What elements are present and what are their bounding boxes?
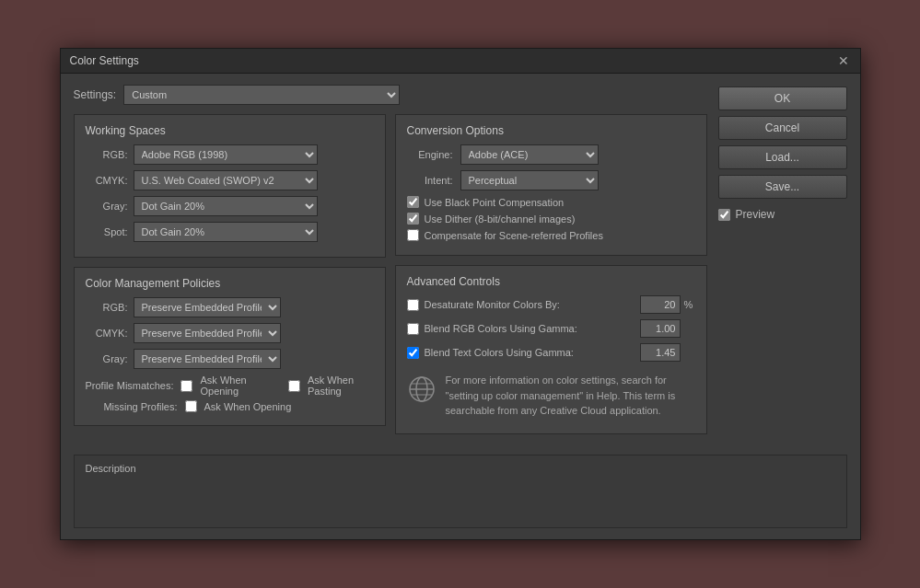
blend-rgb-checkbox[interactable] — [407, 323, 419, 335]
description-section: Description — [74, 455, 847, 528]
policy-gray-row: Gray: Preserve Embedded Profiles — [86, 349, 374, 369]
conversion-options-title: Conversion Options — [407, 124, 695, 137]
ok-button[interactable]: OK — [718, 86, 847, 110]
policies-title: Color Management Policies — [86, 277, 374, 290]
policy-rgb-select[interactable]: Preserve Embedded Profiles — [134, 297, 281, 317]
intent-select[interactable]: Perceptual — [460, 170, 599, 190]
rgb-label: RGB: — [86, 149, 128, 160]
left-main-panel: Working Spaces RGB: Adobe RGB (1998) CMY… — [74, 114, 386, 444]
policy-rgb-label: RGB: — [86, 302, 128, 313]
desaturate-checkbox[interactable] — [407, 299, 419, 311]
settings-select[interactable]: Custom — [123, 85, 400, 105]
advanced-controls-title: Advanced Controls — [407, 275, 695, 288]
preview-checkbox[interactable] — [718, 209, 730, 221]
left-panel: Settings: Custom Working Spaces RGB: A — [74, 85, 707, 444]
blend-rgb-label: Blend RGB Colors Using Gamma: — [425, 323, 640, 334]
right-panel: OK Cancel Load... Save... Preview — [718, 85, 847, 444]
settings-row: Settings: Custom — [74, 85, 707, 105]
use-dither-checkbox[interactable] — [407, 213, 419, 225]
black-point-compensation-checkbox[interactable] — [407, 196, 419, 208]
black-point-label: Use Black Point Compensation — [425, 197, 565, 208]
ask-when-pasting-checkbox[interactable] — [288, 380, 300, 392]
desaturate-input[interactable] — [640, 295, 681, 314]
policy-rgb-row: RGB: Preserve Embedded Profiles — [86, 297, 374, 317]
spot-label: Spot: — [86, 226, 128, 237]
cmyk-field-row: CMYK: U.S. Web Coated (SWOP) v2 — [86, 170, 374, 190]
blend-text-input[interactable] — [640, 343, 681, 362]
compensate-checkbox[interactable] — [407, 229, 419, 241]
right-main-panel: Conversion Options Engine: Adobe (ACE) I… — [395, 114, 707, 444]
desaturate-unit: % — [684, 299, 695, 310]
profile-mismatches-row: Profile Mismatches: Ask When Opening Ask… — [86, 375, 374, 397]
gray-field-row: Gray: Dot Gain 20% — [86, 196, 374, 216]
dither-row: Use Dither (8-bit/channel images) — [407, 213, 695, 225]
engine-row: Engine: Adobe (ACE) — [407, 144, 695, 165]
working-spaces-section: Working Spaces RGB: Adobe RGB (1998) CMY… — [74, 114, 386, 258]
desaturate-label: Desaturate Monitor Colors By: — [425, 299, 640, 310]
ask-when-pasting-label: Ask When Pasting — [308, 375, 374, 397]
missing-profiles-label: Missing Profiles: — [86, 401, 178, 412]
preview-row: Preview — [718, 208, 847, 221]
missing-profiles-row: Missing Profiles: Ask When Opening — [86, 400, 374, 412]
spot-select[interactable]: Dot Gain 20% — [134, 222, 318, 242]
settings-label: Settings: — [74, 88, 117, 101]
dialog-body: Settings: Custom Working Spaces RGB: A — [61, 74, 860, 455]
blend-rgb-row: Blend RGB Colors Using Gamma: — [407, 319, 695, 338]
desaturate-row: Desaturate Monitor Colors By: % — [407, 295, 695, 314]
blend-text-checkbox[interactable] — [407, 347, 419, 359]
working-spaces-title: Working Spaces — [86, 124, 374, 137]
policy-cmyk-row: CMYK: Preserve Embedded Profiles — [86, 323, 374, 343]
rgb-select[interactable]: Adobe RGB (1998) — [134, 144, 318, 165]
save-button[interactable]: Save... — [718, 175, 847, 199]
close-button[interactable]: ✕ — [836, 54, 851, 67]
preview-label: Preview — [736, 208, 775, 221]
ask-when-opening-missing-checkbox[interactable] — [185, 400, 197, 412]
intent-label: Intent: — [407, 175, 453, 186]
load-button[interactable]: Load... — [718, 145, 847, 169]
globe-icon — [407, 375, 437, 404]
cmyk-select[interactable]: U.S. Web Coated (SWOP) v2 — [134, 170, 318, 190]
compensate-label: Compensate for Scene-referred Profiles — [425, 230, 603, 241]
use-dither-label: Use Dither (8-bit/channel images) — [425, 213, 576, 225]
dialog-title: Color Settings — [70, 54, 139, 67]
color-management-policies-section: Color Management Policies RGB: Preserve … — [74, 267, 386, 426]
policy-gray-select[interactable]: Preserve Embedded Profiles — [134, 349, 281, 369]
conversion-options-section: Conversion Options Engine: Adobe (ACE) I… — [395, 114, 707, 256]
engine-label: Engine: — [407, 149, 453, 160]
ask-when-opening-missing-label: Ask When Opening — [204, 401, 292, 412]
spot-field-row: Spot: Dot Gain 20% — [86, 222, 374, 242]
blend-text-row: Blend Text Colors Using Gamma: — [407, 343, 695, 362]
advanced-controls-section: Advanced Controls Desaturate Monitor Col… — [395, 265, 707, 434]
rgb-field-row: RGB: Adobe RGB (1998) — [86, 144, 374, 165]
policy-cmyk-label: CMYK: — [86, 328, 128, 339]
policy-gray-label: Gray: — [86, 353, 128, 364]
main-content: Working Spaces RGB: Adobe RGB (1998) CMY… — [74, 114, 707, 444]
description-title: Description — [86, 463, 835, 474]
cancel-button[interactable]: Cancel — [718, 116, 847, 140]
ask-when-opening-mismatch-label: Ask When Opening — [200, 375, 269, 397]
info-box: For more information on color settings, … — [407, 367, 695, 424]
cmyk-label: CMYK: — [86, 175, 128, 186]
policy-cmyk-select[interactable]: Preserve Embedded Profiles — [134, 323, 281, 343]
black-point-row: Use Black Point Compensation — [407, 196, 695, 208]
title-bar: Color Settings ✕ — [61, 49, 860, 74]
gray-select[interactable]: Dot Gain 20% — [134, 196, 318, 216]
blend-rgb-input[interactable] — [640, 319, 681, 338]
profile-mismatches-label: Profile Mismatches: — [86, 380, 174, 391]
gray-label: Gray: — [86, 201, 128, 212]
color-settings-dialog: Color Settings ✕ Settings: Custom Workin… — [60, 48, 861, 540]
ask-when-opening-mismatch-checkbox[interactable] — [181, 380, 192, 392]
compensate-row: Compensate for Scene-referred Profiles — [407, 229, 695, 241]
engine-select[interactable]: Adobe (ACE) — [460, 144, 599, 165]
blend-text-label: Blend Text Colors Using Gamma: — [425, 347, 640, 358]
info-text: For more information on color settings, … — [446, 373, 695, 419]
intent-row: Intent: Perceptual — [407, 170, 695, 190]
